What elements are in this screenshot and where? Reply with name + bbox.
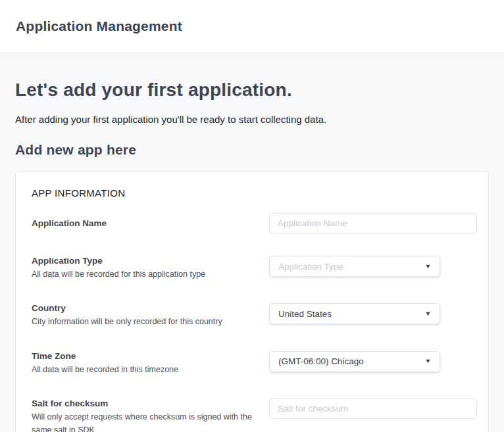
form-row-salt-for-checksum: Salt for checksum Will only accept reque… — [32, 398, 477, 432]
form-row-country: Country City information will be only re… — [32, 303, 477, 328]
country-label: Country — [32, 303, 256, 313]
application-type-label: Application Type — [32, 256, 256, 266]
country-description: City information will be only recorded f… — [32, 316, 255, 328]
field-control — [269, 213, 477, 233]
hero-subheading: After adding your first application you'… — [15, 114, 489, 125]
caret-down-icon: ▼ — [424, 358, 431, 364]
field-control: United States ▼ — [269, 303, 477, 324]
country-dropdown[interactable]: United States ▼ — [269, 303, 440, 324]
field-control — [269, 398, 477, 419]
dropdown-value-text: (GMT-06:00) Chicago — [278, 356, 364, 366]
application-name-input[interactable] — [269, 213, 477, 233]
page-title: Application Management — [16, 18, 182, 34]
field-meta: Application Type All data will be record… — [32, 256, 269, 281]
time-zone-dropdown[interactable]: (GMT-06:00) Chicago ▼ — [269, 351, 440, 372]
salt-for-checksum-label: Salt for checksum — [32, 398, 256, 408]
field-meta: Time Zone All data will be recorded in t… — [32, 351, 269, 376]
form-row-application-type: Application Type All data will be record… — [32, 256, 477, 281]
caret-down-icon: ▼ — [424, 264, 431, 270]
field-meta: Country City information will be only re… — [32, 303, 269, 328]
field-control: (GMT-06:00) Chicago ▼ — [269, 351, 477, 372]
field-meta: Application Name — [32, 218, 269, 228]
hero-heading: Let's add your first application. — [15, 53, 489, 101]
dropdown-value-text: United States — [278, 309, 332, 319]
application-type-dropdown[interactable]: Application Type ▼ — [269, 256, 440, 277]
card-section-title: APP INFORMATION — [32, 187, 477, 199]
header-bar: Application Management — [0, 0, 504, 53]
time-zone-description: All data will be recorded in this timezo… — [32, 364, 255, 376]
application-type-description: All data will be recorded for this appli… — [32, 268, 255, 281]
application-name-label: Application Name — [32, 218, 256, 228]
form-row-application-name: Application Name — [32, 213, 477, 233]
salt-for-checksum-input[interactable] — [269, 398, 477, 419]
add-app-section-heading: Add new app here — [15, 142, 489, 158]
salt-for-checksum-description: Will only accept requests where checksum… — [32, 411, 255, 432]
field-control: Application Type ▼ — [269, 256, 477, 277]
time-zone-label: Time Zone — [32, 351, 256, 361]
form-row-time-zone: Time Zone All data will be recorded in t… — [32, 351, 477, 376]
main-content: Let's add your first application. After … — [0, 53, 504, 432]
field-meta: Salt for checksum Will only accept reque… — [32, 398, 269, 432]
dropdown-placeholder-text: Application Type — [278, 262, 343, 272]
caret-down-icon: ▼ — [424, 311, 431, 317]
app-information-card: APP INFORMATION Application Name Applica… — [15, 171, 489, 432]
